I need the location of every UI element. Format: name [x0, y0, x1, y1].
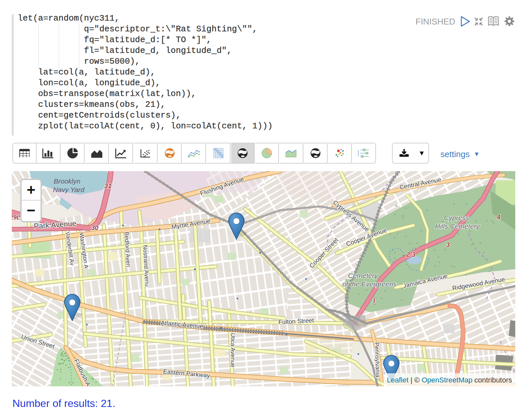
svg-text:Cypress: Cypress: [444, 214, 469, 221]
svg-text:Navy Yard: Navy Yard: [53, 186, 85, 193]
svg-text:Hills Cemetery: Hills Cemetery: [435, 222, 480, 230]
svg-text:29L: 29L: [12, 214, 20, 221]
svg-text:3: 3: [446, 241, 450, 248]
svg-text:Brooklyn: Brooklyn: [54, 177, 80, 185]
svg-text:of the Evergreens: of the Evergreens: [342, 280, 397, 288]
svg-text:Cemetery: Cemetery: [348, 272, 378, 279]
svg-text:Pennsylvania: Pennsylvania: [373, 342, 381, 378]
svg-text:31: 31: [104, 182, 111, 189]
svg-text:2 3: 2 3: [406, 251, 416, 258]
svg-text:30: 30: [91, 224, 98, 231]
svg-text:Utica Avenue: Utica Avenue: [230, 333, 236, 367]
svg-text:1: 1: [372, 297, 376, 304]
svg-text:4: 4: [496, 214, 500, 221]
